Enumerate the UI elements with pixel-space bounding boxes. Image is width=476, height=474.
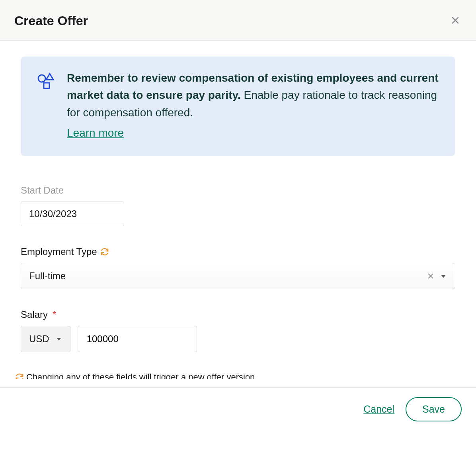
svg-marker-8 — [57, 338, 61, 341]
salary-row: USD — [21, 326, 455, 352]
start-date-field: Start Date — [21, 185, 455, 226]
sync-icon — [15, 373, 24, 379]
employment-type-select[interactable]: Full-time — [21, 263, 455, 289]
close-button[interactable] — [449, 14, 462, 28]
employment-type-value: Full-time — [29, 270, 66, 282]
select-controls — [427, 272, 447, 280]
banner-text: Remember to review compensation of exist… — [67, 69, 439, 142]
chevron-down-icon — [440, 272, 447, 280]
salary-label-row: Salary * — [21, 309, 455, 320]
modal-header: Create Offer — [0, 0, 476, 41]
shapes-icon — [37, 72, 56, 142]
cancel-button[interactable]: Cancel — [363, 403, 394, 415]
employment-type-label-row: Employment Type — [21, 246, 455, 257]
svg-point-2 — [38, 75, 45, 82]
svg-rect-4 — [44, 83, 49, 88]
employment-type-label: Employment Type — [21, 246, 97, 257]
start-date-label: Start Date — [21, 185, 455, 196]
svg-marker-7 — [441, 275, 446, 278]
info-banner: Remember to review compensation of exist… — [21, 57, 455, 156]
sync-icon — [100, 247, 109, 256]
save-button[interactable]: Save — [406, 397, 462, 421]
currency-value: USD — [29, 333, 49, 345]
employment-type-field: Employment Type Full-time — [21, 246, 455, 289]
clear-icon[interactable] — [427, 272, 434, 280]
salary-label: Salary — [21, 309, 48, 320]
close-icon — [451, 16, 460, 26]
version-note-text: Changing any of these fields will trigge… — [26, 372, 257, 379]
version-note: Changing any of these fields will trigge… — [15, 372, 455, 379]
currency-select[interactable]: USD — [21, 326, 70, 352]
modal-content: Remember to review compensation of exist… — [0, 41, 476, 379]
learn-more-link[interactable]: Learn more — [67, 124, 124, 141]
modal-footer: Cancel Save — [0, 387, 476, 431]
modal-title: Create Offer — [14, 14, 88, 28]
svg-marker-3 — [46, 74, 53, 80]
start-date-input[interactable] — [21, 202, 124, 226]
salary-field: Salary * USD — [21, 309, 455, 352]
required-indicator: * — [53, 309, 56, 320]
chevron-down-icon — [56, 336, 62, 342]
salary-input[interactable] — [78, 326, 197, 352]
